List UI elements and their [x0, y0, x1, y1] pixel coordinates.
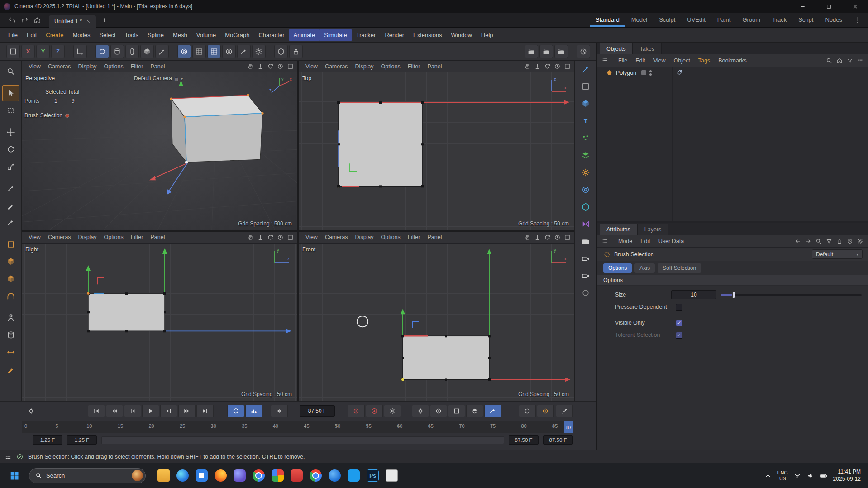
preset-dropdown[interactable]: Default▾ [812, 249, 863, 259]
pan-view-icon[interactable] [524, 234, 531, 241]
chrome-2-icon[interactable] [310, 469, 322, 482]
viewport-menu-options[interactable]: Options [101, 232, 127, 242]
dolly-view-icon[interactable] [257, 234, 264, 241]
menu-render[interactable]: Render [380, 29, 409, 41]
key-selection-button[interactable] [484, 405, 501, 417]
tab-attributes[interactable]: Attributes [600, 224, 638, 235]
objects-menu-file[interactable]: File [615, 56, 631, 66]
current-frame-marker[interactable]: 87 [564, 421, 573, 433]
range-scrollbar[interactable] [101, 436, 504, 444]
rotate-tool-icon[interactable] [2, 141, 19, 158]
subtab-soft-selection[interactable]: Soft Selection [658, 263, 701, 273]
viewport-menu-display[interactable]: Display [75, 232, 100, 242]
viewport-menu-view[interactable]: View [25, 62, 44, 72]
menu-modes[interactable]: Modes [68, 29, 95, 41]
field-object-icon[interactable] [578, 166, 593, 179]
visibility-toggles[interactable] [649, 70, 652, 76]
ring-settings-icon[interactable] [222, 45, 236, 58]
viewport-menu-display[interactable]: Display [352, 62, 377, 72]
scale-tool-icon[interactable] [2, 158, 19, 175]
maximize-button[interactable] [816, 0, 842, 13]
rotate-view-icon[interactable] [267, 63, 274, 70]
right-scene[interactable] [22, 244, 297, 402]
slider-knob[interactable] [732, 292, 735, 298]
objects-menu-edit[interactable]: Edit [632, 56, 649, 66]
pan-view-icon[interactable] [247, 234, 254, 241]
key-rotation-button[interactable] [430, 405, 447, 417]
render-settings-icon[interactable] [554, 45, 568, 58]
workplane-grid-icon[interactable] [192, 45, 206, 58]
loop-playback-button[interactable] [227, 405, 244, 417]
keying-settings-button[interactable] [384, 405, 401, 417]
viewport-menu-options[interactable]: Options [378, 232, 404, 242]
filter-icon[interactable] [826, 238, 832, 244]
pen-settings-icon[interactable] [155, 45, 169, 58]
top-scene[interactable] [299, 72, 574, 230]
maximize-view-icon[interactable] [287, 234, 294, 241]
sculpt-pen-icon[interactable] [2, 180, 19, 196]
key-scale-button[interactable] [448, 405, 465, 417]
character-tool-icon[interactable] [2, 310, 19, 326]
battery-icon[interactable] [820, 472, 827, 479]
stage-camera-icon[interactable] [578, 269, 593, 282]
viewport-menu-filter[interactable]: Filter [405, 232, 424, 242]
subtab-axis[interactable]: Axis [634, 263, 655, 273]
dolly-view-icon[interactable] [534, 63, 541, 70]
menu-spline[interactable]: Spline [143, 29, 168, 41]
solo-off-button[interactable] [519, 405, 536, 417]
red-app-icon[interactable] [291, 469, 303, 482]
band-tool-icon[interactable] [177, 45, 191, 58]
tab-objects[interactable]: Objects [600, 43, 633, 54]
back-arrow-icon[interactable] [795, 238, 801, 244]
tab-takes[interactable]: Takes [633, 43, 662, 54]
menu-character[interactable]: Character [254, 29, 289, 41]
preview-end-field[interactable]: 87.50 F [509, 435, 539, 445]
render-region-icon[interactable] [539, 45, 553, 58]
layout-paint[interactable]: Paint [711, 13, 737, 27]
search-icon[interactable] [826, 57, 832, 64]
viewport-menu-panel[interactable]: Panel [424, 62, 445, 72]
settings-gear-icon[interactable] [857, 238, 863, 244]
file-explorer-icon[interactable] [157, 469, 170, 482]
attr-menu-mode[interactable]: Mode [615, 236, 636, 246]
subtab-options[interactable]: Options [603, 263, 632, 273]
scheduler-clock-icon[interactable] [577, 45, 590, 58]
teams-app-icon[interactable] [234, 469, 246, 482]
viewport-frame-icon[interactable] [6, 45, 20, 58]
new-tab-button[interactable] [99, 14, 110, 25]
viewport-menu-cameras[interactable]: Cameras [322, 232, 351, 242]
forward-arrow-icon[interactable] [805, 238, 811, 244]
layout-track[interactable]: Track [766, 13, 792, 27]
clock[interactable]: 11:41 PM2025-09-12 [833, 469, 861, 483]
mirror-arrows-icon[interactable] [2, 344, 19, 360]
pan-view-icon[interactable] [247, 63, 254, 70]
dolly-view-icon[interactable] [257, 63, 264, 70]
nav-forward-icon[interactable] [19, 14, 30, 25]
chrome-icon[interactable] [253, 469, 265, 482]
menu-volume[interactable]: Volume [192, 29, 220, 41]
objects-menu-bookmarks[interactable]: Bookmarks [715, 56, 750, 66]
viewport-menu-filter[interactable]: Filter [128, 62, 147, 72]
extrude-tool-icon[interactable] [2, 271, 19, 287]
capsule-tool-icon[interactable] [125, 45, 139, 58]
goto-end-button[interactable] [196, 405, 214, 417]
prev-frame-button[interactable] [124, 405, 141, 417]
menu-select[interactable]: Select [95, 29, 120, 41]
viewport-menu-display[interactable]: Display [352, 232, 377, 242]
object-row-polygon[interactable]: Polygon [597, 67, 868, 78]
plane-object-icon[interactable] [578, 80, 593, 93]
vscode-icon[interactable] [348, 469, 360, 482]
objects-menu-object[interactable]: Object [670, 56, 694, 66]
layer-color-toggle[interactable] [641, 70, 646, 75]
menu-tools[interactable]: Tools [120, 29, 143, 41]
menu-mesh[interactable]: Mesh [168, 29, 192, 41]
menu-simulate[interactable]: Simulate [320, 29, 352, 41]
layout-model[interactable]: Model [625, 13, 653, 27]
tool-indicator-icon[interactable] [65, 114, 69, 118]
menu-file[interactable]: File [4, 29, 22, 41]
maximize-view-icon[interactable] [564, 63, 571, 70]
pencil-tool-icon[interactable] [2, 361, 19, 378]
menu-animate[interactable]: Animate [289, 29, 320, 41]
attr-menu-user-data[interactable]: User Data [655, 236, 687, 246]
preview-start-field[interactable]: 1.25 F [67, 435, 97, 445]
